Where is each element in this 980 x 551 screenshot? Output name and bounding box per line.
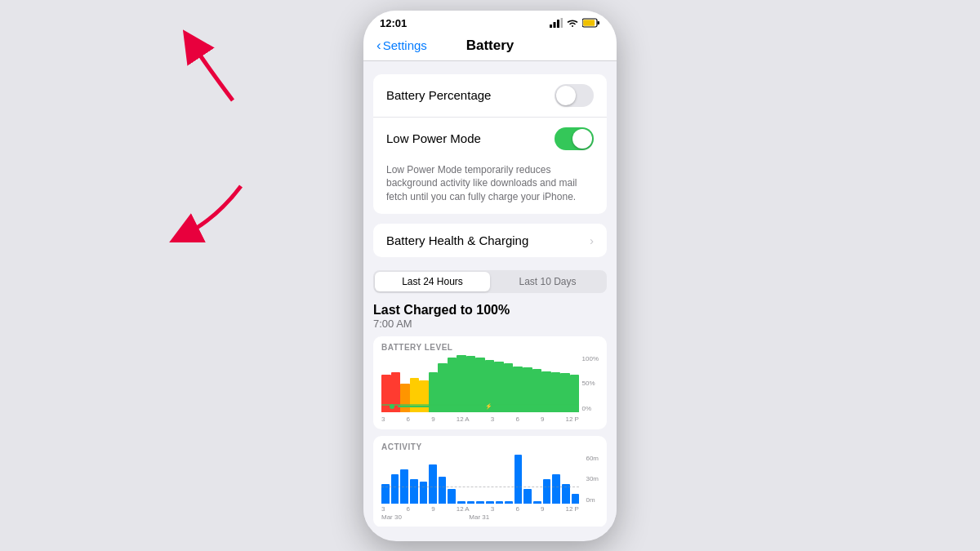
- svg-rect-5: [598, 21, 600, 24]
- svg-rect-0: [550, 24, 552, 28]
- battery-percentage-row: Battery Percentage: [373, 74, 607, 118]
- activity-y-60: 60m: [586, 455, 599, 462]
- battery-health-section[interactable]: Battery Health & Charging ›: [373, 224, 607, 257]
- y-label-100: 100%: [582, 355, 599, 362]
- activity-bar: [476, 501, 484, 504]
- x-label: 9: [541, 505, 544, 513]
- activity-bar: [439, 477, 447, 504]
- activity-bar: [391, 474, 399, 504]
- activity-y-30: 30m: [586, 475, 599, 482]
- y-label-50: 50%: [582, 380, 599, 387]
- activity-bar: [486, 501, 494, 504]
- nav-title: Battery: [466, 38, 514, 54]
- activity-bar: [457, 501, 466, 504]
- low-power-mode-toggle[interactable]: [555, 127, 594, 150]
- activity-bar: [505, 501, 513, 504]
- svg-rect-3: [561, 18, 564, 28]
- activity-dashed-line: [381, 487, 579, 487]
- status-bar: 12:01: [363, 11, 617, 33]
- status-time: 12:01: [380, 17, 407, 29]
- battery-chart-label: BATTERY LEVEL: [381, 343, 599, 352]
- y-label-0: 0%: [582, 405, 599, 412]
- activity-y-0: 0m: [586, 496, 599, 504]
- arrow-top-annotation: [167, 27, 265, 109]
- activity-bar: [543, 479, 551, 504]
- date-label-mar31: Mar 31: [469, 513, 489, 521]
- x-label: 3: [491, 505, 494, 513]
- x-label: 6: [407, 505, 410, 513]
- battery-health-label: Battery Health & Charging: [386, 233, 528, 247]
- status-icons: [550, 18, 600, 28]
- activity-bar: [420, 482, 428, 504]
- activity-bar: [523, 489, 532, 504]
- x-label: 9: [431, 415, 434, 423]
- charged-title: Last Charged to 100%: [373, 303, 607, 318]
- chevron-left-icon: ‹: [376, 38, 381, 54]
- back-label[interactable]: Settings: [383, 38, 427, 52]
- chevron-right-icon: ›: [590, 233, 594, 247]
- date-label-mar30: Mar 30: [381, 513, 402, 521]
- tab-24h[interactable]: Last 24 Hours: [375, 272, 490, 291]
- activity-bar: [496, 501, 504, 504]
- phone-frame: 12:01: [363, 11, 617, 541]
- activity-chart-label: ACTIVITY: [381, 442, 599, 451]
- activity-bar: [533, 501, 541, 504]
- content-area: Battery Percentage Low Power Mode Low Po…: [363, 61, 617, 527]
- low-power-mode-label: Low Power Mode: [386, 131, 481, 145]
- x-label: 3: [381, 415, 385, 423]
- x-label: 12 A: [457, 415, 470, 423]
- low-power-description: Low Power Mode temporarily reduces backg…: [373, 160, 607, 214]
- activity-bar: [410, 479, 418, 504]
- x-label: 3: [491, 415, 494, 423]
- arrow-bottom-annotation: [167, 170, 274, 251]
- x-label: 3: [381, 505, 385, 513]
- charging-markers: ⚡: [390, 402, 579, 411]
- activity-bar: [572, 494, 580, 504]
- low-power-mode-row: Low Power Mode: [373, 118, 607, 160]
- x-label: 9: [541, 415, 544, 423]
- svg-rect-1: [554, 22, 556, 28]
- activity-bar: [448, 489, 456, 504]
- charged-section: Last Charged to 100% 7:00 AM: [363, 300, 617, 336]
- x-label: 12 P: [566, 415, 579, 423]
- svg-rect-2: [557, 20, 559, 28]
- x-label: 6: [515, 415, 519, 423]
- battery-level-chart: BATTERY LEVEL: [373, 336, 607, 429]
- tab-switcher: Last 24 Hours Last 10 Days: [373, 270, 607, 293]
- wifi-icon: [566, 18, 579, 28]
- battery-percentage-label: Battery Percentage: [386, 88, 491, 102]
- nav-bar: ‹ Settings Battery: [363, 33, 617, 61]
- tab-10d[interactable]: Last 10 Days: [490, 272, 605, 291]
- activity-chart: ACTIVITY: [373, 436, 607, 527]
- x-label: 12 A: [457, 505, 470, 513]
- x-label: 6: [407, 415, 410, 423]
- battery-settings-section: Battery Percentage Low Power Mode Low Po…: [373, 74, 607, 214]
- battery-health-row[interactable]: Battery Health & Charging ›: [373, 224, 607, 257]
- charged-time: 7:00 AM: [373, 318, 607, 330]
- x-label: 6: [515, 505, 519, 513]
- x-label: 9: [431, 505, 434, 513]
- x-label: 12 P: [566, 505, 579, 513]
- back-button[interactable]: ‹ Settings: [376, 38, 427, 54]
- battery-percentage-toggle[interactable]: [555, 84, 594, 107]
- activity-bar: [467, 501, 475, 504]
- svg-rect-6: [583, 20, 595, 26]
- activity-bar: [429, 464, 437, 504]
- battery-icon: [582, 18, 600, 28]
- activity-bar: [552, 474, 560, 504]
- activity-bar: [514, 455, 523, 504]
- signal-bars-icon: [550, 18, 563, 28]
